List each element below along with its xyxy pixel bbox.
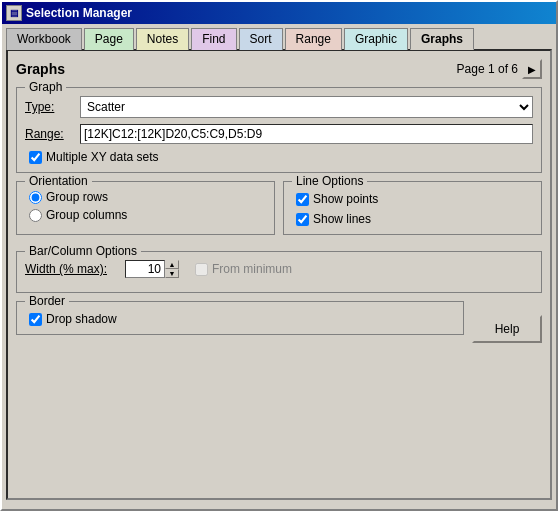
group-rows-label: Group rows [46, 190, 108, 204]
type-row: Type: Scatter Line Bar Column Pie Area [25, 96, 533, 118]
border-group: Border Drop shadow [16, 301, 464, 335]
tab-page[interactable]: Page [84, 28, 134, 50]
tab-bar: Workbook Page Notes Find Sort Range Grap… [2, 24, 556, 49]
type-select-wrapper: Scatter Line Bar Column Pie Area [80, 96, 533, 118]
orientation-group: Orientation Group rows Group columns [16, 181, 275, 235]
show-lines-label: Show lines [313, 212, 371, 226]
from-minimum-checkbox[interactable] [195, 263, 208, 276]
spinner-down-button[interactable]: ▼ [165, 269, 179, 278]
content-area: Graphs Page 1 of 6 ▶ Graph Type: Scatter… [6, 49, 552, 500]
show-points-row: Show points [292, 192, 533, 206]
tab-sort[interactable]: Sort [239, 28, 283, 50]
bottom-row: Border Drop shadow Help [16, 301, 542, 343]
page-info: Page 1 of 6 [457, 62, 518, 76]
show-lines-checkbox[interactable] [296, 213, 309, 226]
graph-group-label: Graph [25, 80, 66, 94]
line-options-group-label: Line Options [292, 174, 367, 188]
width-input[interactable] [125, 260, 165, 278]
type-select[interactable]: Scatter Line Bar Column Pie Area [80, 96, 533, 118]
tab-workbook[interactable]: Workbook [6, 28, 82, 50]
page-header: Graphs Page 1 of 6 ▶ [16, 59, 542, 79]
multiple-xy-label: Multiple XY data sets [46, 150, 159, 164]
bar-column-group-label: Bar/Column Options [25, 244, 141, 258]
tab-range[interactable]: Range [285, 28, 342, 50]
width-row: Width (% max): ▲ ▼ From minimum [25, 260, 533, 278]
group-columns-label: Group columns [46, 208, 127, 222]
group-columns-radio[interactable] [29, 209, 42, 222]
drop-shadow-checkbox[interactable] [29, 313, 42, 326]
next-page-button[interactable]: ▶ [522, 59, 542, 79]
from-minimum-label: From minimum [212, 262, 292, 276]
page-nav: Page 1 of 6 ▶ [457, 59, 542, 79]
spinner-arrows: ▲ ▼ [165, 260, 179, 278]
window-title: Selection Manager [26, 6, 132, 20]
type-label: Type: [25, 100, 80, 114]
range-input[interactable] [80, 124, 533, 144]
range-label: Range: [25, 127, 80, 141]
group-columns-row: Group columns [25, 208, 266, 222]
range-row: Range: [25, 124, 533, 144]
from-minimum-container: From minimum [195, 262, 292, 276]
drop-shadow-row: Drop shadow [25, 312, 455, 326]
group-rows-radio[interactable] [29, 191, 42, 204]
main-window: ▤ Selection Manager Workbook Page Notes … [0, 0, 558, 511]
group-rows-row: Group rows [25, 190, 266, 204]
two-col-row: Orientation Group rows Group columns Lin… [16, 181, 542, 243]
spinner-up-button[interactable]: ▲ [165, 260, 179, 269]
title-bar: ▤ Selection Manager [2, 2, 556, 24]
show-lines-row: Show lines [292, 212, 533, 226]
tab-graphs[interactable]: Graphs [410, 28, 474, 50]
multiple-xy-checkbox[interactable] [29, 151, 42, 164]
show-points-checkbox[interactable] [296, 193, 309, 206]
drop-shadow-label: Drop shadow [46, 312, 117, 326]
line-options-group: Line Options Show points Show lines [283, 181, 542, 235]
multiple-xy-row: Multiple XY data sets [25, 150, 533, 164]
tab-find[interactable]: Find [191, 28, 236, 50]
width-spinner: ▲ ▼ [125, 260, 179, 278]
border-group-label: Border [25, 294, 69, 308]
help-button[interactable]: Help [472, 315, 542, 343]
show-points-label: Show points [313, 192, 378, 206]
graph-group: Graph Type: Scatter Line Bar Column Pie … [16, 87, 542, 173]
orientation-group-label: Orientation [25, 174, 92, 188]
window-icon: ▤ [6, 5, 22, 21]
tab-notes[interactable]: Notes [136, 28, 189, 50]
page-title: Graphs [16, 61, 65, 77]
bar-column-group: Bar/Column Options Width (% max): ▲ ▼ Fr… [16, 251, 542, 293]
tab-graphic[interactable]: Graphic [344, 28, 408, 50]
width-label: Width (% max): [25, 262, 125, 276]
